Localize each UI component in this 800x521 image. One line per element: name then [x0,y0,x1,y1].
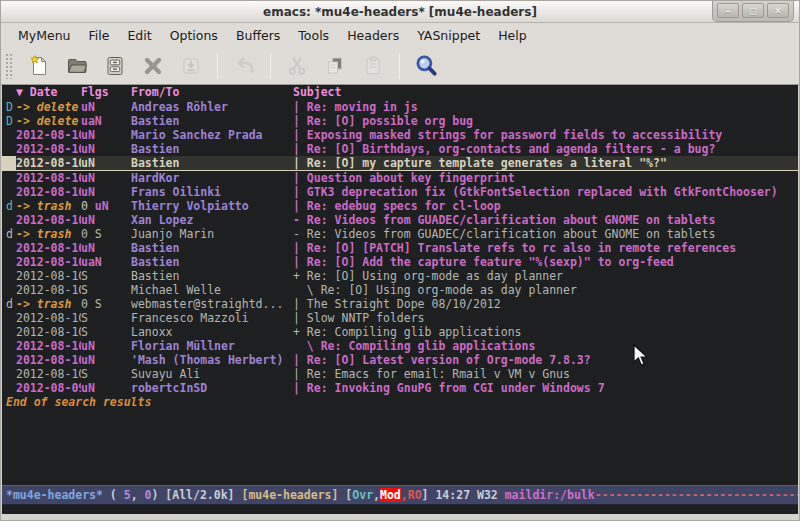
mark-char [2,353,16,367]
message-from: Bastien [131,114,293,128]
toolbar-separator [399,53,400,79]
message-row[interactable]: 2012-08-10 S Lanoxx + Re: Compiling glib… [2,325,798,339]
message-flags: uN [81,241,131,255]
mark-char [2,156,16,170]
modeline-mod-flag: Mod [380,488,401,502]
message-from: Francesco Mazzoli [131,311,293,325]
titlebar[interactable]: emacs: *mu4e-headers* [mu4e-headers] – ◻… [1,1,799,23]
mark-char [2,255,16,269]
cut-button [282,51,312,81]
menu-item-buffers[interactable]: Buffers [227,25,289,46]
mark-char [2,269,16,283]
message-subject: | Re: [O] possible org bug [293,114,798,128]
modeline-line-number: 5 [124,488,131,502]
menu-item-edit[interactable]: Edit [118,25,160,46]
undo-icon [232,54,256,78]
modeline-size: [All/2.0k] [165,488,241,502]
date-or-mark-target: -> trash [16,297,81,311]
message-row[interactable]: 2012-08-10 uN Bastien | Re: [O] [PATCH] … [2,241,798,255]
modeline-mode-name: [mu4e-headers] [241,488,345,502]
copy-button [320,51,350,81]
message-from: Suvayu Ali [131,367,293,381]
save-as-icon [179,54,203,78]
mark-char [2,381,16,395]
save-as-button [176,51,206,81]
toolbar-separator [217,53,218,79]
message-from: 'Mash (Thomas Herbert) [131,353,293,367]
message-row[interactable]: 2012-08-10 S Francesco Mazzoli | Slow NN… [2,311,798,325]
message-row[interactable]: 2012-08-10 uaN Bastien | Re: [O] Add the… [2,255,798,269]
message-row[interactable]: 2012-08-10 uN HardKor | Question about k… [2,171,798,185]
message-flags: uN [81,171,131,185]
header-flags[interactable]: Flgs [81,85,131,100]
message-flags: S [81,311,131,325]
message-subject: + Re: Compiling glib applications [293,325,798,339]
modeline-maildir: maildir:/bulk [505,488,595,502]
date-or-mark-target: 2012-08-10 [16,367,81,381]
message-row[interactable]: d -> trash 0 S Juanjo Marin - Re: Videos… [2,227,798,241]
new-file-button[interactable] [24,51,54,81]
mark-char [2,325,16,339]
message-row[interactable]: 2012-08-10 uN Bastien | Re: [O] Birthday… [2,142,798,156]
date-or-mark-target: -> delete [16,114,81,128]
new-file-icon [27,54,51,78]
minimize-button[interactable]: – [717,3,739,18]
message-row[interactable]: d -> trash 0 S webmaster@straightd... | … [2,297,798,311]
header-subject[interactable]: Subject [293,85,798,100]
menu-item-options[interactable]: Options [161,25,227,46]
message-flags: S [81,283,131,297]
message-row[interactable]: D -> delete uaN Bastien | Re: [O] possib… [2,114,798,128]
paste-clipboard-icon [361,54,385,78]
message-row[interactable]: 2012-08-10 uN Frans Oilinki | GTK3 depre… [2,185,798,199]
message-row[interactable]: 2012-08-10 S Michael Welle \ Re: [O] Usi… [2,283,798,297]
message-row[interactable]: 2012-08-10 uN 'Mash (Thomas Herbert) | R… [2,353,798,367]
message-flags: uN [81,213,131,227]
message-row[interactable]: 2012-08-10 uN Mario Sanchez Prada | Expo… [2,128,798,142]
message-row[interactable]: 2012-08-09 uN robertcInSD | Re: Invoking… [2,381,798,395]
message-row[interactable]: d -> trash 0 uN Thierry Volpiatto | Re: … [2,199,798,213]
modeline-comma2: , [401,488,408,502]
cut-scissors-icon [285,54,309,78]
message-subject: | The Straight Dope 08/10/2012 [293,297,798,311]
open-folder-button[interactable] [62,51,92,81]
mark-char: d [2,199,16,213]
menu-item-tools[interactable]: Tools [289,25,338,46]
message-subject: | Re: [O] [PATCH] Translate refs to rc a… [293,241,798,255]
modeline[interactable]: *mu4e-headers* ( 5, 0) [All/2.0k] [mu4e-… [2,485,798,505]
message-from: Lanoxx [131,325,293,339]
message-row[interactable]: 2012-08-10 uN Xan Lopez - Re: Videos fro… [2,213,798,227]
message-flags: uaN [81,114,131,128]
search-magnifier-icon [413,53,439,79]
message-from: Xan Lopez [131,213,293,227]
menu-item-mymenu[interactable]: MyMenu [9,25,80,46]
header-date-sort[interactable]: ▼ Date [16,85,81,100]
message-flags: uN [81,185,131,199]
modeline-ro-flag: RO [408,488,422,502]
message-row[interactable]: 2012-08-10 uN Florian Müllner \ Re: Comp… [2,339,798,353]
date-or-mark-target: -> trash [16,199,81,213]
close-buffer-button[interactable] [138,51,168,81]
menu-item-headers[interactable]: Headers [338,25,408,46]
save-icon [103,54,127,78]
menu-item-file[interactable]: File [80,25,119,46]
menu-item-help[interactable]: Help [489,25,536,46]
search-button[interactable] [411,51,441,81]
mark-char: d [2,297,16,311]
message-row[interactable]: 2012-08-10 S Suvayu Ali | Re: Emacs for … [2,367,798,381]
save-button[interactable] [100,51,130,81]
message-row[interactable]: 2012-08-10 S Bastien + Re: [O] Using org… [2,269,798,283]
undo-button [229,51,259,81]
message-row[interactable]: D -> delete uN Andreas Röhler | Re: movi… [2,100,798,114]
message-subject: | Question about key fingerprint [293,171,798,185]
mu4e-headers-buffer[interactable]: ▼ Date Flgs From/To Subject D -> delete … [2,85,798,485]
message-subject: | Re: [O] Add the capture feature "%(sex… [293,255,798,269]
menu-item-yasnippet[interactable]: YASnippet [408,25,489,46]
close-button[interactable]: ✕ [767,3,789,18]
maximize-button[interactable]: ◻ [742,3,764,18]
modeline-time-window: 14:27 W32 [435,488,504,502]
echo-area[interactable] [2,505,798,514]
header-from-to[interactable]: From/To [131,85,293,100]
message-row[interactable]: 2012-08-10 uN Bastien | Re: [O] my captu… [2,156,798,171]
toolbar-drag-handle[interactable] [5,53,14,79]
message-from: Mario Sanchez Prada [131,128,293,142]
